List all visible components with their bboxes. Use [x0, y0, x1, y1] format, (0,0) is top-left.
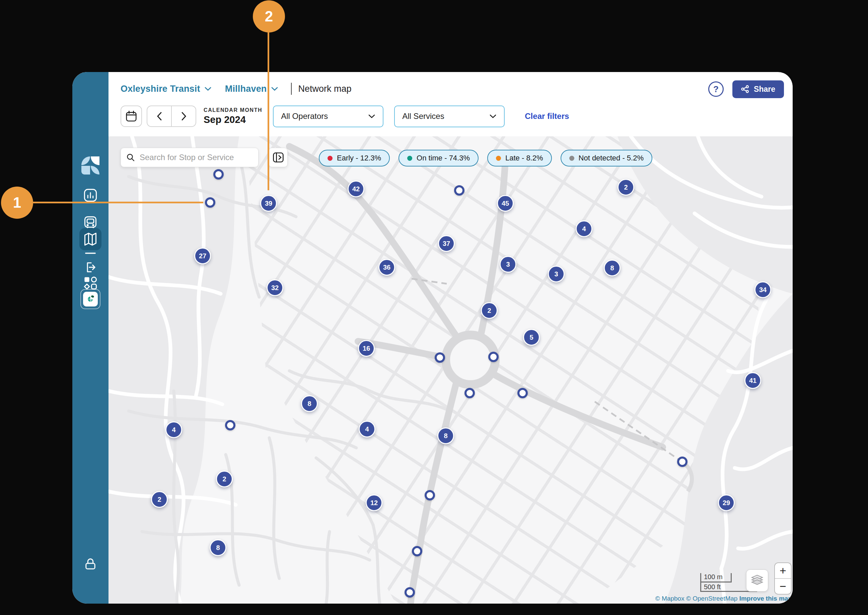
stop-marker[interactable]: [677, 457, 687, 467]
search-icon: [126, 153, 135, 162]
cluster-marker[interactable]: 4: [358, 421, 376, 437]
cluster-marker[interactable]: 4: [576, 220, 592, 237]
chevron-down-icon: [368, 114, 376, 119]
org-name: Oxleyshire Transit: [120, 84, 200, 94]
calendar-month-value: Sep 2024: [204, 114, 262, 125]
sidebar-item-workspace[interactable]: [80, 289, 100, 309]
sidebar: [72, 72, 109, 604]
bar-chart-icon: [83, 188, 98, 203]
calendar-month-label: CALENDAR MONTH: [204, 107, 262, 113]
legend-chip[interactable]: On time - 74.3%: [399, 150, 478, 167]
zoom-control: + −: [774, 562, 792, 595]
marker-layer: 42245394373633827323425164184482212298: [109, 136, 793, 604]
stop-marker[interactable]: [412, 546, 422, 556]
cluster-marker[interactable]: 3: [500, 256, 516, 273]
cluster-marker[interactable]: 29: [718, 495, 735, 511]
zoom-out-button[interactable]: −: [775, 578, 791, 594]
workspace-app-icon: [83, 292, 98, 306]
cluster-marker[interactable]: 8: [604, 260, 620, 276]
cluster-marker[interactable]: 2: [481, 302, 498, 319]
mapbox-link[interactable]: © Mapbox: [655, 595, 686, 602]
cluster-marker[interactable]: 2: [151, 491, 168, 508]
legend-chip[interactable]: Not detected - 5.2%: [561, 150, 652, 167]
operators-value: All Operators: [281, 112, 328, 121]
cluster-marker[interactable]: 16: [358, 340, 375, 357]
stop-marker[interactable]: [425, 490, 435, 500]
services-value: All Services: [402, 112, 444, 121]
cluster-marker[interactable]: 32: [266, 279, 283, 296]
stop-marker[interactable]: [213, 169, 224, 180]
stop-marker[interactable]: [454, 185, 464, 196]
layers-button[interactable]: [746, 570, 768, 592]
cluster-marker[interactable]: 8: [210, 539, 226, 556]
cluster-marker[interactable]: 37: [438, 235, 455, 252]
chevron-down-icon: [204, 86, 212, 91]
cluster-marker[interactable]: 34: [754, 281, 771, 298]
help-button[interactable]: ?: [708, 81, 724, 97]
map-icon: [83, 232, 98, 247]
sidebar-item-apps[interactable]: [83, 276, 98, 290]
expand-panel-button[interactable]: [268, 148, 288, 167]
region-selector[interactable]: Millhaven: [225, 84, 278, 94]
share-button[interactable]: Share: [732, 80, 784, 98]
improve-map-link[interactable]: Improve this map: [739, 595, 792, 602]
org-selector[interactable]: Oxleyshire Transit: [120, 84, 212, 94]
search-input[interactable]: [140, 153, 253, 162]
stop-marker[interactable]: [435, 353, 445, 363]
shapes-grid-icon: [83, 276, 98, 290]
toolbar: CALENDAR MONTH Sep 2024 All Operators Al…: [120, 105, 569, 127]
header-divider: [291, 83, 292, 95]
legend-chip[interactable]: Late - 8.2%: [487, 150, 552, 167]
cluster-marker[interactable]: 8: [437, 428, 454, 444]
callout-badge: 2: [253, 0, 285, 33]
legend-chip[interactable]: Early - 12.3%: [319, 150, 390, 167]
next-month-button[interactable]: [171, 106, 196, 126]
stop-marker[interactable]: [464, 388, 475, 398]
legend: Early - 12.3%On time - 74.3%Late - 8.2%N…: [319, 150, 652, 167]
legend-dot-icon: [496, 156, 501, 161]
cluster-marker[interactable]: 41: [745, 372, 761, 389]
month-nav: [146, 106, 196, 127]
calendar-icon: [125, 110, 138, 123]
stop-marker[interactable]: [205, 197, 215, 208]
cluster-marker[interactable]: 12: [366, 495, 382, 511]
sidebar-item-network-map[interactable]: [79, 228, 101, 250]
legend-label: Early - 12.3%: [337, 154, 381, 162]
legend-label: On time - 74.3%: [416, 154, 470, 162]
brand-logo-icon: [81, 156, 100, 175]
sidebar-item-analytics[interactable]: [83, 188, 98, 203]
cluster-marker[interactable]: 42: [348, 181, 364, 197]
clear-filters-link[interactable]: Clear filters: [525, 112, 569, 121]
scale-metric: 100 m: [700, 573, 732, 582]
cluster-marker[interactable]: 8: [301, 395, 318, 412]
sidebar-item-logout[interactable]: [83, 260, 98, 275]
stop-marker[interactable]: [488, 352, 499, 362]
stop-marker[interactable]: [517, 388, 528, 398]
services-dropdown[interactable]: All Services: [394, 106, 505, 127]
legend-dot-icon: [569, 156, 574, 161]
cluster-marker[interactable]: 39: [260, 195, 277, 212]
cluster-marker[interactable]: 45: [497, 195, 514, 212]
stop-marker[interactable]: [405, 587, 415, 598]
operators-dropdown[interactable]: All Operators: [273, 106, 383, 127]
sidebar-item-lock[interactable]: [83, 557, 98, 571]
callout-badge: 1: [1, 187, 33, 219]
cluster-marker[interactable]: 2: [617, 179, 634, 196]
cluster-marker[interactable]: 5: [523, 329, 540, 346]
prev-month-button[interactable]: [147, 106, 171, 126]
logout-icon: [83, 260, 98, 275]
cluster-marker[interactable]: 3: [548, 265, 565, 283]
cluster-marker[interactable]: 4: [165, 421, 182, 438]
cluster-marker[interactable]: 2: [216, 471, 233, 487]
header: Oxleyshire Transit Millhaven Network map: [120, 81, 352, 96]
stop-marker[interactable]: [225, 420, 235, 431]
osm-link[interactable]: © OpenStreetMap: [686, 595, 739, 602]
layers-icon: [750, 574, 764, 587]
chevron-down-icon: [489, 114, 497, 119]
network-map-canvas[interactable]: 42245394373633827323425164184482212298 E…: [109, 136, 793, 604]
legend-dot-icon: [407, 156, 412, 161]
cluster-marker[interactable]: 36: [379, 259, 395, 276]
cluster-marker[interactable]: 27: [194, 248, 211, 264]
zoom-in-button[interactable]: +: [775, 563, 791, 578]
calendar-button[interactable]: [120, 106, 142, 127]
